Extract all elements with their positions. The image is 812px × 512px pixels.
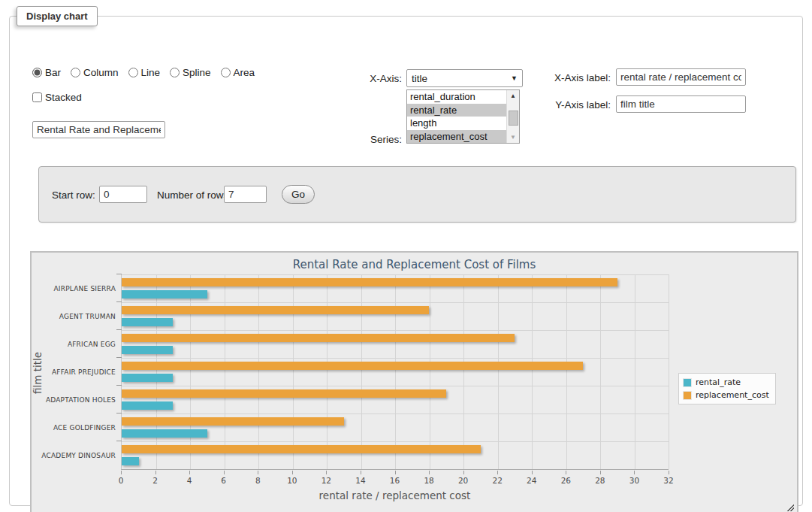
x-tick-label: 28 — [595, 476, 605, 485]
x-tick-label: 24 — [527, 476, 536, 485]
start-row-input[interactable] — [99, 186, 147, 203]
x-tick-label: 30 — [629, 476, 639, 485]
stacked-label: Stacked — [45, 92, 82, 103]
x-tick-label: 12 — [321, 476, 331, 485]
x-tick-mark — [634, 471, 635, 474]
chart-type-radio-spline[interactable] — [170, 68, 180, 77]
x-tick-label: 18 — [424, 476, 433, 485]
scroll-up-icon[interactable]: ▲ — [507, 90, 519, 101]
x-tick-label: 10 — [287, 476, 297, 485]
display-chart-fieldset: Display chart BarColumnLineSplineArea St… — [9, 6, 803, 506]
y-axis-label-input[interactable] — [616, 95, 746, 113]
chart-type-option-column[interactable]: Column — [71, 67, 119, 78]
category-row — [122, 274, 669, 302]
category-label: ACADEMY DINOSAUR — [32, 442, 116, 470]
num-rows-label: Number of rows: — [157, 189, 231, 201]
go-button[interactable]: Go — [282, 185, 315, 204]
legend-label: replacement_cost — [696, 390, 769, 400]
category-row — [122, 414, 669, 441]
series-option-replacement_cost[interactable]: replacement_cost — [407, 130, 506, 144]
scroll-down-icon[interactable]: ▼ — [507, 132, 519, 143]
chart-type-radio-line[interactable] — [128, 68, 138, 77]
x-tick-label: 8 — [255, 476, 261, 485]
x-axis-title: rental rate / replacement cost — [121, 489, 669, 501]
x-tick-mark — [258, 471, 258, 474]
x-tick-label: 4 — [187, 476, 192, 485]
plot-area — [121, 274, 669, 470]
stacked-option[interactable]: Stacked — [32, 92, 82, 103]
chart-type-radio-bar[interactable] — [32, 68, 42, 77]
chart-title-input[interactable] — [32, 121, 165, 138]
x-tick-label: 2 — [152, 476, 158, 485]
legend-swatch — [683, 391, 692, 400]
x-tick-mark — [189, 471, 190, 474]
chart-container: Rental Rate and Replacement Cost of Film… — [30, 251, 798, 512]
bar-rental_rate[interactable] — [122, 429, 207, 438]
bar-replacement_cost[interactable] — [122, 306, 429, 314]
dropdown-arrow-icon: ▼ — [511, 74, 518, 82]
x-axis-selected-value: title — [412, 73, 511, 84]
chart-type-option-spline[interactable]: Spline — [170, 67, 211, 78]
bar-replacement_cost[interactable] — [122, 417, 344, 426]
x-tick-marks — [121, 471, 669, 474]
bar-replacement_cost[interactable] — [122, 334, 515, 342]
chart-type-option-label: Bar — [45, 67, 61, 78]
chart-type-option-label: Area — [234, 67, 255, 78]
category-label: ACE GOLDFINGER — [32, 414, 116, 442]
series-listbox-options: rental_durationrental_ratelengthreplacem… — [407, 90, 506, 143]
bar-rental_rate[interactable] — [122, 457, 139, 465]
chart-type-option-line[interactable]: Line — [128, 67, 161, 78]
x-tick-mark — [669, 471, 669, 474]
bar-replacement_cost[interactable] — [122, 389, 446, 398]
num-rows-input[interactable] — [224, 186, 267, 203]
chart-type-option-area[interactable]: Area — [221, 67, 255, 78]
x-axis-select[interactable]: title ▼ — [406, 69, 523, 87]
legend-item-replacement_cost[interactable]: replacement_cost — [683, 390, 769, 400]
x-tick-label: 14 — [355, 476, 365, 485]
legend-item-rental_rate[interactable]: rental_rate — [683, 377, 769, 387]
series-option-length[interactable]: length — [407, 117, 506, 130]
bar-rental_rate[interactable] — [122, 290, 207, 298]
chart-title: Rental Rate and Replacement Cost of Film… — [32, 258, 797, 271]
chart-type-radio-column[interactable] — [71, 68, 80, 77]
category-row — [122, 386, 669, 414]
x-axis-label-input[interactable] — [616, 68, 746, 86]
category-label: AGENT TRUMAN — [32, 302, 116, 330]
x-tick-label: 0 — [119, 476, 124, 485]
bar-rental_rate[interactable] — [122, 401, 173, 410]
bar-rental_rate[interactable] — [122, 374, 173, 382]
x-tick-label: 32 — [663, 476, 673, 485]
chart-type-option-bar[interactable]: Bar — [32, 67, 61, 78]
chart-type-option-label: Spline — [183, 67, 211, 78]
x-tick-mark — [361, 471, 361, 474]
bar-rental_rate[interactable] — [122, 318, 173, 326]
y-axis-label-label: Y-Axis label: — [539, 99, 611, 111]
bar-replacement_cost[interactable] — [122, 445, 481, 453]
x-tick-label: 22 — [493, 476, 503, 485]
x-tick-label: 26 — [561, 476, 571, 485]
legend-label: rental_rate — [696, 377, 741, 387]
category-row — [122, 330, 669, 358]
chart-type-radio-area[interactable] — [221, 68, 231, 77]
display-chart-legend: Display chart — [17, 6, 98, 26]
category-rows — [122, 274, 669, 469]
x-tick-mark — [395, 471, 396, 474]
category-label: AFRICAN EGG — [32, 330, 116, 358]
x-tick-mark — [463, 471, 464, 474]
series-scrollbar[interactable]: ▲ ▼ — [506, 90, 519, 143]
series-option-rental_duration[interactable]: rental_duration — [407, 90, 506, 104]
resize-grip-icon[interactable] — [786, 503, 794, 511]
bar-replacement_cost[interactable] — [122, 278, 617, 286]
bar-replacement_cost[interactable] — [122, 362, 583, 370]
scrollbar-thumb[interactable] — [509, 111, 518, 126]
start-row-label: Start row: — [52, 189, 95, 201]
x-tick-labels: 02468101214161820222426283032 — [121, 476, 669, 486]
x-tick-mark — [532, 471, 533, 474]
x-tick-mark — [566, 471, 566, 474]
series-label: Series: — [339, 134, 402, 145]
stacked-checkbox[interactable] — [32, 92, 42, 102]
bar-rental_rate[interactable] — [122, 346, 173, 354]
x-tick-mark — [497, 471, 498, 474]
series-listbox[interactable]: rental_durationrental_ratelengthreplacem… — [406, 89, 520, 144]
series-option-rental_rate[interactable]: rental_rate — [407, 104, 506, 117]
